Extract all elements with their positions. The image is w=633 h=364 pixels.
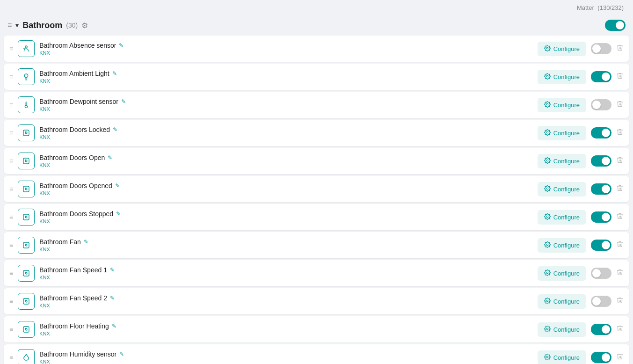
edit-icon-9[interactable]: ✎	[110, 295, 115, 301]
configure-button-1[interactable]: Configure	[538, 70, 586, 84]
group-header: ≡ ▾ Bathroom (30) ⚙	[0, 15, 633, 36]
device-type-11: KNX	[39, 359, 532, 364]
delete-icon-3[interactable]	[616, 128, 624, 138]
device-toggle-7[interactable]	[591, 240, 611, 251]
device-info-3: Bathroom Doors Locked ✎ KNX	[39, 126, 532, 140]
svg-point-30	[546, 356, 548, 358]
device-info-1: Bathroom Ambient Light ✎ KNX	[39, 70, 532, 84]
edit-icon-5[interactable]: ✎	[115, 182, 120, 189]
drag-handle-5[interactable]: ≡	[9, 185, 13, 193]
configure-button-10[interactable]: Configure	[538, 322, 586, 337]
device-toggle-3[interactable]	[591, 127, 611, 138]
configure-button-0[interactable]: Configure	[538, 42, 586, 56]
delete-icon-0[interactable]	[616, 44, 624, 53]
device-toggle-5[interactable]	[591, 183, 611, 195]
svg-rect-15	[23, 214, 29, 220]
drag-handle-0[interactable]: ≡	[9, 45, 13, 52]
delete-icon-10[interactable]	[616, 325, 624, 334]
device-info-7: Bathroom Fan ✎ KNX	[39, 238, 532, 252]
device-row: ≡ Bathroom Floor Heating ✎ KNX Configure	[4, 316, 629, 342]
device-toggle-10[interactable]	[591, 324, 611, 335]
device-toggle-4[interactable]	[591, 155, 611, 167]
svg-point-26	[546, 300, 548, 302]
configure-button-2[interactable]: Configure	[538, 98, 586, 112]
svg-rect-27	[23, 327, 29, 332]
edit-icon-0[interactable]: ✎	[119, 42, 124, 49]
configure-button-7[interactable]: Configure	[538, 238, 586, 253]
delete-icon-6[interactable]	[616, 212, 624, 222]
edit-icon-11[interactable]: ✎	[119, 351, 124, 357]
device-toggle-9[interactable]	[591, 296, 611, 307]
delete-icon-1[interactable]	[616, 72, 624, 81]
edit-icon-1[interactable]: ✎	[112, 70, 117, 77]
delete-icon-11[interactable]	[616, 353, 624, 362]
device-toggle-0[interactable]	[591, 43, 611, 54]
drag-handle-9[interactable]: ≡	[9, 298, 13, 305]
device-icon-6	[18, 209, 35, 226]
svg-point-19	[25, 244, 27, 246]
delete-icon-9[interactable]	[616, 297, 624, 306]
delete-icon-2[interactable]	[616, 100, 624, 109]
device-icon-3	[18, 124, 35, 141]
svg-point-0	[25, 46, 28, 48]
edit-icon-3[interactable]: ✎	[113, 126, 117, 133]
device-icon-8	[18, 265, 35, 282]
device-toggle-1[interactable]	[591, 71, 611, 82]
group-drag-handle[interactable]: ≡	[7, 21, 12, 29]
svg-rect-18	[23, 242, 29, 248]
configure-gear-icon-1	[544, 73, 551, 81]
svg-point-1	[546, 47, 548, 49]
delete-icon-4[interactable]	[616, 156, 624, 166]
edit-icon-10[interactable]: ✎	[112, 323, 116, 329]
configure-gear-icon-7	[544, 241, 551, 249]
drag-handle-4[interactable]: ≡	[9, 157, 13, 165]
configure-label-8: Configure	[553, 270, 580, 277]
edit-icon-7[interactable]: ✎	[84, 239, 88, 245]
delete-icon-5[interactable]	[616, 184, 624, 194]
configure-gear-icon-5	[544, 185, 551, 193]
configure-label-9: Configure	[553, 298, 580, 305]
configure-button-4[interactable]: Configure	[538, 154, 586, 168]
configure-button-11[interactable]: Configure	[538, 350, 586, 364]
device-toggle-11[interactable]	[591, 352, 611, 363]
matter-count: (130/232)	[597, 4, 624, 11]
group-settings-icon[interactable]: ⚙	[81, 21, 88, 30]
svg-point-8	[546, 131, 548, 133]
drag-handle-3[interactable]: ≡	[9, 129, 13, 137]
group-toggle[interactable]	[605, 20, 626, 31]
drag-handle-10[interactable]: ≡	[9, 326, 13, 333]
edit-icon-6[interactable]: ✎	[116, 211, 121, 217]
device-toggle-2[interactable]	[591, 99, 611, 110]
drag-handle-8[interactable]: ≡	[9, 269, 13, 277]
drag-handle-6[interactable]: ≡	[9, 213, 13, 221]
edit-icon-8[interactable]: ✎	[110, 267, 115, 273]
configure-button-3[interactable]: Configure	[538, 126, 586, 140]
drag-handle-11[interactable]: ≡	[9, 354, 13, 361]
svg-point-5	[546, 103, 548, 105]
configure-button-5[interactable]: Configure	[538, 182, 586, 197]
drag-handle-7[interactable]: ≡	[9, 241, 13, 249]
device-name-1: Bathroom Ambient Light ✎	[39, 70, 532, 77]
group-chevron[interactable]: ▾	[15, 22, 19, 29]
device-info-8: Bathroom Fan Speed 1 ✎ KNX	[39, 266, 532, 280]
drag-handle-1[interactable]: ≡	[9, 73, 13, 80]
device-name-2: Bathroom Dewpoint sensor ✎	[39, 98, 532, 105]
device-toggle-6[interactable]	[591, 211, 611, 223]
svg-point-10	[25, 160, 27, 162]
configure-button-8[interactable]: Configure	[538, 266, 586, 281]
configure-button-6[interactable]: Configure	[538, 210, 586, 225]
delete-icon-7[interactable]	[616, 240, 624, 250]
drag-handle-2[interactable]: ≡	[9, 101, 13, 109]
edit-icon-2[interactable]: ✎	[121, 98, 126, 105]
device-info-10: Bathroom Floor Heating ✎ KNX	[39, 322, 532, 336]
configure-button-9[interactable]: Configure	[538, 294, 586, 309]
device-icon-7	[18, 237, 35, 254]
delete-icon-8[interactable]	[616, 269, 624, 278]
device-toggle-8[interactable]	[591, 268, 611, 279]
device-icon-9	[18, 293, 35, 310]
configure-label-10: Configure	[553, 326, 580, 333]
configure-gear-icon-4	[544, 157, 551, 165]
edit-icon-4[interactable]: ✎	[108, 154, 112, 161]
device-type-5: KNX	[39, 190, 532, 196]
top-bar: Matter (130/232)	[0, 0, 633, 15]
